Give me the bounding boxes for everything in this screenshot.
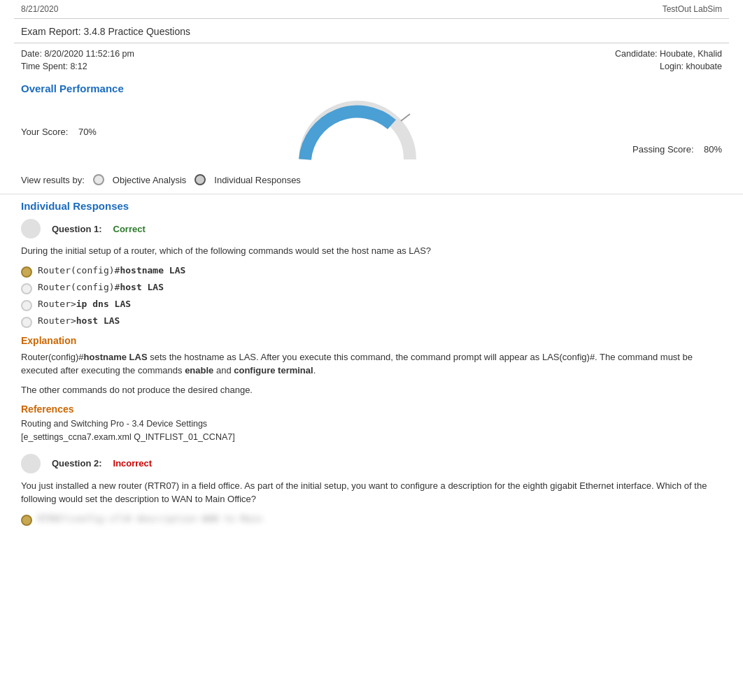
gauge-chart xyxy=(295,100,434,163)
explanation-para-2: The other commands do not produce the de… xyxy=(21,383,722,397)
option-3-radio xyxy=(21,300,32,311)
info-right: Candidate: Houbate, Khalid Login: khouba… xyxy=(615,49,722,71)
explanation-para-1: Router(config)#hostname LAS sets the hos… xyxy=(21,350,722,378)
view-results-bar: View results by: Objective Analysis Indi… xyxy=(0,169,743,191)
question-2-label: Question 2: xyxy=(52,458,102,469)
option-2-text: Router(config)#host LAS xyxy=(38,282,164,292)
explanation-title: Explanation xyxy=(21,335,722,346)
passing-score: Passing Score: 80% xyxy=(632,144,722,155)
obj-analysis-radio[interactable] xyxy=(93,174,104,185)
your-score: Your Score: 70% xyxy=(21,127,97,137)
question-2-text: You just installed a new router (RTR07) … xyxy=(21,479,722,506)
question-1-option-3[interactable]: Router>ip dns LAS xyxy=(21,299,722,311)
question-2-option-1[interactable]: RTR07(config-if)# description WAN to Mai… xyxy=(21,513,722,526)
option-4-radio xyxy=(21,317,32,328)
option-4-text: Router>host LAS xyxy=(38,315,120,326)
individual-responses-label[interactable]: Individual Responses xyxy=(214,175,301,185)
q2-option-1-radio xyxy=(21,515,32,526)
app-name: TestOut LabSim xyxy=(663,4,722,14)
q2-option-1-text: RTR07(config-if)# description WAN to Mai… xyxy=(38,513,262,524)
objective-analysis-label[interactable]: Objective Analysis xyxy=(113,175,187,185)
option-1-text: Router(config)#hostname LAS xyxy=(38,265,185,276)
individual-responses-title: Individual Responses xyxy=(0,194,743,216)
question-1-option-4[interactable]: Router>host LAS xyxy=(21,315,722,328)
info-left: Date: 8/20/2020 11:52:16 pm Time Spent: … xyxy=(21,49,134,71)
login-info: Login: khoubate xyxy=(615,62,722,71)
question-1-header: Question 1: Correct xyxy=(21,219,722,238)
info-row: Date: 8/20/2020 11:52:16 pm Time Spent: … xyxy=(0,43,743,77)
time-spent-info: Time Spent: 8:12 xyxy=(21,62,134,71)
question-1-option-1[interactable]: Router(config)#hostname LAS xyxy=(21,265,722,278)
question-2-header: Question 2: Incorrect xyxy=(21,454,722,473)
question-1-label: Question 1: xyxy=(52,224,102,234)
question-1-option-2[interactable]: Router(config)#host LAS xyxy=(21,282,722,294)
question-1-block: Question 1: Correct During the initial s… xyxy=(0,216,743,451)
candidate-info: Candidate: Houbate, Khalid xyxy=(615,49,722,59)
date-label: 8/21/2020 xyxy=(21,4,58,14)
question-2-block: Question 2: Incorrect You just installed… xyxy=(0,451,743,537)
option-2-radio xyxy=(21,283,32,294)
view-results-label: View results by: xyxy=(21,175,85,185)
gauge-svg xyxy=(295,100,420,163)
references-line-1: Routing and Switching Pro - 3.4 Device S… xyxy=(21,417,722,431)
option-3-text: Router>ip dns LAS xyxy=(38,299,131,309)
references-title: References xyxy=(21,403,722,415)
question-1-status: Correct xyxy=(113,224,146,234)
top-bar: 8/21/2020 TestOut LabSim xyxy=(0,0,743,18)
exam-title: Exam Report: 3.4.8 Practice Questions xyxy=(0,19,743,43)
svg-line-0 xyxy=(401,114,410,121)
ind-responses-radio[interactable] xyxy=(194,174,206,185)
score-area: Your Score: 70% Passing Score: 80% xyxy=(0,97,743,169)
question-2-badge xyxy=(21,454,41,473)
question-1-text: During the initial setup of a router, wh… xyxy=(21,244,722,258)
references-line-2: [e_settings_ccna7.exam.xml Q_INTFLIST_01… xyxy=(21,431,722,444)
overall-performance-title: Overall Performance xyxy=(0,77,743,97)
date-info: Date: 8/20/2020 11:52:16 pm xyxy=(21,49,134,59)
question-2-status: Incorrect xyxy=(113,458,153,469)
option-1-radio xyxy=(21,266,32,278)
question-1-badge xyxy=(21,219,41,238)
